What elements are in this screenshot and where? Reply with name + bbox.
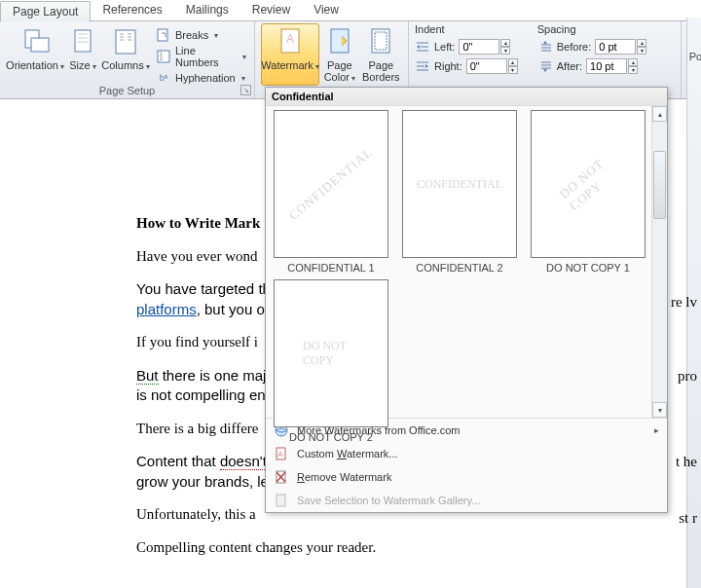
spacing-after-label: After:: [557, 60, 582, 72]
svg-text:A: A: [277, 450, 283, 459]
doc-paragraph: Compelling content changes your reader.: [136, 538, 662, 558]
page-borders-button[interactable]: Page Borders: [360, 23, 402, 86]
columns-label: Columns: [101, 59, 143, 71]
page-borders-label: Page Borders: [361, 59, 401, 83]
orientation-label: Orientation: [6, 59, 58, 71]
spinner-up-icon[interactable]: ▴: [508, 58, 518, 66]
spacing-after-input[interactable]: ▴▾: [586, 57, 638, 75]
dropdown-arrow-icon: ▾: [214, 31, 218, 40]
tab-mailings[interactable]: Mailings: [174, 0, 240, 21]
watermark-button[interactable]: A Watermark▾: [261, 23, 319, 86]
watermark-thumbnail-do-not-copy-2[interactable]: DO NOT COPY DO NOT COPY 2: [270, 279, 392, 443]
spacing-before-label: Before:: [557, 41, 591, 53]
page-color-button[interactable]: Page Color▾: [319, 23, 360, 86]
page-color-icon: [324, 26, 355, 57]
document-a-icon: A: [274, 446, 289, 461]
dropdown-arrow-icon: ▾: [242, 53, 246, 61]
spacing-after-icon: [537, 58, 553, 74]
watermark-thumbnail-confidential-2[interactable]: CONFIDENTIAL CONFIDENTIAL 2: [398, 110, 521, 274]
spinner-down-icon[interactable]: ▾: [637, 47, 646, 55]
size-label: Size: [69, 59, 90, 71]
save-watermark-item: Save Selection to Watermark Gallery...: [266, 489, 667, 512]
watermark-label: Watermark: [261, 59, 313, 71]
gallery-scrollbar[interactable]: ▴ ▾: [651, 106, 667, 418]
indent-left-label: Left:: [434, 41, 455, 53]
thumbnail-caption: CONFIDENTIAL 1: [287, 262, 374, 274]
indent-right-icon: [415, 58, 430, 74]
hyphenation-label: Hyphenation: [175, 72, 236, 84]
orientation-icon: [19, 26, 51, 57]
columns-icon: [110, 26, 141, 57]
ribbon-tab-strip: Page Layout References Mailings Review V…: [0, 0, 701, 21]
doc-fragment: t he: [676, 454, 697, 470]
spinner-up-icon[interactable]: ▴: [637, 39, 646, 47]
orientation-button[interactable]: Orientation▾: [6, 23, 64, 86]
watermark-icon: A: [275, 26, 306, 57]
spacing-title: Spacing: [537, 23, 646, 35]
indent-left-icon: [415, 39, 430, 55]
page-borders-icon: [365, 26, 396, 57]
tab-review[interactable]: Review: [240, 0, 302, 21]
spinner-up-icon[interactable]: ▴: [628, 58, 638, 66]
scrollbar-down-icon[interactable]: ▾: [652, 402, 667, 418]
doc-hyperlink[interactable]: platforms: [136, 301, 197, 317]
svg-rect-6: [116, 30, 135, 54]
line-numbers-icon: 12: [156, 49, 171, 64]
indent-right-label: Right:: [434, 60, 462, 72]
columns-button[interactable]: Columns▾: [101, 23, 150, 86]
thumbnail-caption: DO NOT COPY 1: [546, 262, 630, 274]
svg-rect-1: [31, 38, 49, 52]
scrollbar-thumb[interactable]: [653, 151, 666, 219]
spacing-before-icon: [537, 39, 553, 55]
custom-watermark-item[interactable]: A Custom Watermark...: [266, 442, 667, 465]
size-button[interactable]: Size▾: [64, 23, 101, 86]
group-title-page-setup: Page Setup: [0, 85, 254, 96]
spinner-up-icon[interactable]: ▴: [500, 39, 510, 47]
watermark-thumbnail-do-not-copy-1[interactable]: DO NOT COPY DO NOT COPY 1: [527, 110, 649, 274]
dropdown-arrow-icon: ▾: [351, 74, 355, 83]
tab-references[interactable]: References: [91, 0, 173, 21]
spinner-down-icon[interactable]: ▾: [500, 47, 510, 55]
breaks-icon: [156, 27, 171, 43]
menu-label: Save Selection to Watermark Gallery...: [297, 495, 480, 506]
spinner-down-icon[interactable]: ▾: [628, 66, 638, 74]
line-numbers-button[interactable]: 12 Line Numbers▾: [154, 47, 248, 66]
dropdown-arrow-icon: ▾: [146, 62, 150, 71]
tab-view[interactable]: View: [302, 0, 350, 21]
submenu-arrow-icon: ▸: [654, 425, 659, 435]
doc-fragment: pro: [678, 368, 697, 385]
svg-text:A: A: [286, 32, 294, 46]
thumbnail-caption: DO NOT COPY 2: [289, 431, 373, 443]
gallery-section-header: Confidential: [266, 88, 667, 106]
thumbnail-caption: CONFIDENTIAL 2: [416, 262, 502, 274]
tab-page-layout[interactable]: Page Layout: [0, 1, 91, 22]
hyphenation-icon: bª: [156, 70, 171, 86]
save-selection-icon: [274, 493, 289, 508]
svg-rect-40: [277, 495, 285, 506]
spinner-down-icon[interactable]: ▾: [508, 66, 518, 74]
doc-fragment: st r: [679, 510, 697, 527]
group-page-setup: Orientation▾ Size▾ Columns▾ Breaks▾: [0, 21, 255, 98]
watermark-gallery: Confidential CONFIDENTIAL CONFIDENTIAL 1…: [265, 87, 668, 513]
doc-fragment: re lv: [671, 294, 697, 311]
breaks-button[interactable]: Breaks▾: [154, 25, 248, 45]
indent-left-input[interactable]: ▴▾: [459, 38, 510, 55]
dialog-launcher-icon[interactable]: ↘: [240, 85, 251, 95]
breaks-label: Breaks: [175, 29, 208, 41]
remove-icon: [274, 469, 289, 485]
line-numbers-label: Line Numbers: [175, 45, 237, 68]
page-color-label: Page Color: [324, 59, 352, 83]
svg-rect-2: [75, 30, 91, 52]
dropdown-arrow-icon: ▾: [92, 62, 96, 71]
spacing-before-input[interactable]: ▴▾: [595, 38, 646, 55]
indent-title: Indent: [415, 23, 518, 35]
menu-label: Remove Watermark: [297, 471, 391, 483]
svg-text:2: 2: [160, 55, 163, 61]
scrollbar-up-icon[interactable]: ▴: [652, 106, 667, 122]
indent-right-input[interactable]: ▴▾: [466, 57, 518, 75]
watermark-thumbnail-confidential-1[interactable]: CONFIDENTIAL CONFIDENTIAL 1: [270, 110, 392, 274]
menu-label: Custom Watermark...: [297, 448, 398, 459]
dropdown-arrow-icon: ▾: [241, 74, 245, 83]
size-icon: [67, 26, 98, 57]
remove-watermark-item[interactable]: Remove Watermark: [266, 465, 667, 489]
